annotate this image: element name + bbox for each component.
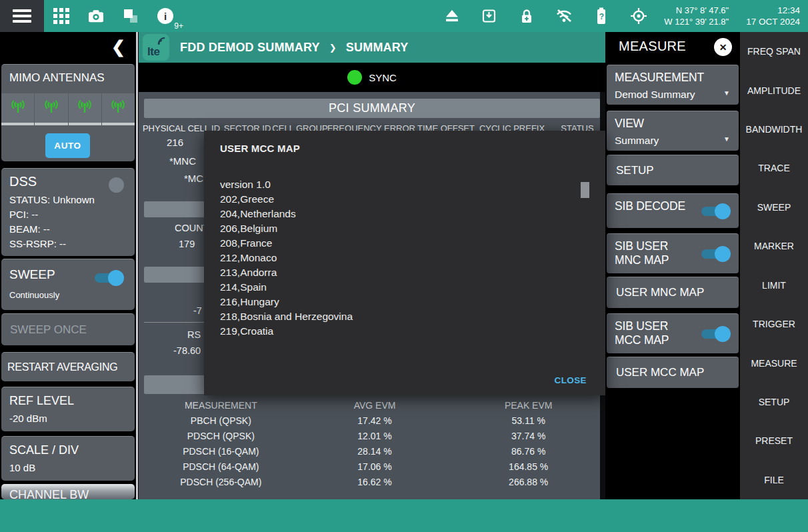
mcc-map-entry: 202,Greece [220,192,575,207]
top-status-bar: i 9+ [0,0,808,32]
evm-cell: PDSCH (64-QAM) [144,461,298,472]
auto-button[interactable]: AUTO [45,133,90,158]
antenna-button-4[interactable] [102,93,135,125]
dss-beam: BEAM: -- [9,222,135,237]
evm-cell: 37.74 % [451,431,605,441]
sib-user-mnc-map-panel[interactable]: SIB USER MNC MAP [607,233,739,273]
setup-label: SETUP [616,164,654,177]
measure-side-panel: MEASURE ✕ MEASUREMENTDemod Summary▼VIEWS… [605,32,740,499]
evm-cell: 266.88 % [451,477,605,487]
lte-app-icon: lte [143,34,169,61]
dss-info: STATUS: Unknown PCI: -- BEAM: -- SS-RSRP… [9,193,135,251]
user-mnc-map-button[interactable]: USER MNC MAP [607,277,739,308]
battery-button[interactable]: ? [592,7,611,25]
sweep-toggle[interactable] [95,273,123,283]
antenna-button-3[interactable] [69,93,101,125]
setup-button[interactable]: SETUP [607,155,739,185]
evm-row-pdsch-16-qam: PDSCH (16-QAM)28.14 %86.76 % [144,443,605,459]
menu-preset[interactable]: PRESET [740,421,808,460]
user-mcc-map-button[interactable]: USER MCC MAP [607,357,739,388]
dialog-title: USER MCC MAP [220,143,300,154]
sync-status-bar: SYNC [139,63,605,92]
menu-setup[interactable]: SETUP [740,383,808,421]
gps-button[interactable] [629,7,648,25]
notifications-button[interactable]: i 9+ [156,7,175,25]
sib-decode-panel[interactable]: SIB DECODE [607,193,739,228]
antenna-button-1[interactable] [1,93,34,125]
evm-cell: PBCH (QPSK) [144,415,298,426]
view-label: VIEW [615,117,739,131]
menu-limit[interactable]: LIMIT [740,266,808,305]
evm-row-pdsch-qpsk: PDSCH (QPSK)12.01 %37.74 % [144,428,605,443]
dss-ss-rsrp: SS-RSRP: -- [9,237,135,251]
hamburger-menu-button[interactable] [0,0,44,32]
sidebar-collapse-button[interactable]: ❮ [0,32,136,63]
chevron-down-icon: ▼ [723,135,730,143]
battery-unknown-icon: ? [597,7,606,25]
sib-user-mnc-map-toggle[interactable] [701,249,729,259]
ref-level-value: -20 dBm [9,413,135,424]
evm-cell: 12.01 % [298,431,452,441]
dialog-close-button[interactable]: CLOSE [550,375,591,386]
breadcrumb-title[interactable]: FDD DEMOD SUMMARY [180,41,320,55]
notification-badge: 9+ [174,21,183,31]
left-sidebar: ❮ MIMO ANTENNAS AUTO DSS STATUS: Unknown… [0,32,136,499]
view-panel[interactable]: VIEWSummary▼ [607,111,739,151]
menu-file[interactable]: FILE [740,461,808,499]
ref-level-control[interactable]: REF LEVEL -20 dBm [1,387,135,431]
rs-label: RS [187,329,201,340]
sib-user-mcc-map-panel[interactable]: SIB USER MCC MAP [607,313,739,353]
mcc-map-entry: version 1.0 [220,177,575,192]
restart-averaging-button[interactable]: RESTART AVERAGING [1,352,135,381]
evm-cell: 86.76 % [451,446,605,457]
measure-panel-close-button[interactable]: ✕ [714,38,732,56]
screenshot-button[interactable] [87,7,105,25]
pci-mnc-fragment: *MNC [169,155,196,167]
wifi-button[interactable] [555,7,573,25]
sync-indicator-icon [347,70,362,85]
ref-level-title: REF LEVEL [9,394,135,408]
lock-button[interactable] [517,7,536,25]
menu-trigger[interactable]: TRIGGER [740,305,808,343]
menu-bandwidth[interactable]: BANDWIDTH [740,110,808,149]
apps-grid-button[interactable] [52,7,71,25]
evm-row-pdsch-64-qam: PDSCH (64-QAM)17.06 %164.85 % [144,459,605,474]
sweep-once-button[interactable]: SWEEP ONCE [1,313,135,345]
dss-panel: DSS STATUS: Unknown PCI: -- BEAM: -- SS-… [1,168,135,256]
save-button[interactable] [480,7,499,25]
menu-trace[interactable]: TRACE [740,149,808,187]
channel-bw-control[interactable]: CHANNEL BW [1,484,135,499]
hamburger-icon [13,9,31,12]
eject-button[interactable] [443,7,461,25]
eject-icon [444,9,460,23]
sib-user-mcc-map-label: SIB USER MCC MAP [615,319,692,347]
topbar-right-icons: ? [443,7,648,25]
antenna-button-2[interactable] [35,93,67,125]
antenna-icon [109,99,127,117]
measurement-panel[interactable]: MEASUREMENTDemod Summary▼ [607,65,739,105]
partial-value: -7 [193,305,202,316]
scrollbar-thumb[interactable] [581,182,589,198]
close-icon: ✕ [719,42,727,53]
menu-freq-span[interactable]: FREQ SPAN [740,32,808,71]
menu-measure[interactable]: MEASURE [740,343,808,382]
sib-user-mnc-map-label: SIB USER MNC MAP [615,239,692,267]
evm-col-avg-evm: AVG EVM [298,400,452,411]
mcc-map-list: version 1.0202,Greece204,Netherlands206,… [220,177,575,336]
menu-marker[interactable]: MARKER [740,227,808,265]
breadcrumb-section[interactable]: SUMMARY [346,41,409,55]
scale-div-control[interactable]: SCALE / DIV 10 dB [1,436,135,481]
gps-location-icon [630,7,647,25]
chevron-left-icon: ❮ [111,37,125,57]
save-download-icon [481,8,497,24]
window-layout-button[interactable] [121,7,140,25]
sweep-panel[interactable]: SWEEP Continuously [1,259,135,310]
sib-decode-toggle[interactable] [701,207,729,216]
evm-cell: 16.62 % [298,477,452,487]
menu-sweep[interactable]: SWEEP [740,188,808,227]
measure-panel-header: MEASURE ✕ [605,32,740,63]
antenna-icon [76,99,93,117]
sib-user-mcc-map-toggle[interactable] [701,329,729,339]
evm-cell: 17.42 % [298,415,452,426]
menu-amplitude[interactable]: AMPLITUDE [740,71,808,109]
